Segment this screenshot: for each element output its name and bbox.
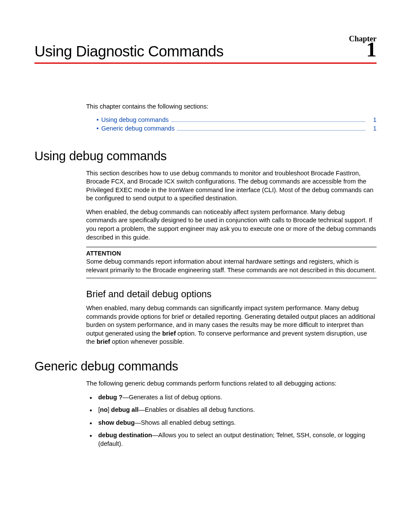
attention-box: ATTENTION Some debug commands report inf… [86, 247, 377, 278]
para: This section describes how to use debug … [86, 169, 377, 203]
toc-row: • Generic debug commands 1 [97, 125, 377, 132]
cmd-name: debug destination [98, 432, 152, 439]
subsection-heading-brief-detail: Brief and detail debug options [86, 289, 377, 300]
para: When enabled, the debug commands can not… [86, 208, 377, 242]
page: Chapter Using Diagnostic Commands 1 This… [0, 0, 411, 470]
list-item: debug destination—Allows you to select a… [86, 431, 377, 448]
toc-link-using-debug[interactable]: Using debug commands [101, 116, 168, 123]
para: When enabled, many debug commands can si… [86, 304, 377, 346]
toc: • Using debug commands 1 • Generic debug… [86, 116, 377, 132]
text: option whenever possible. [110, 338, 184, 345]
bold-brief: brief [162, 330, 176, 337]
section1-body: This section describes how to use debug … [86, 169, 377, 346]
attention-heading: ATTENTION [86, 250, 377, 257]
cmd-name: debug all [111, 406, 139, 413]
para: The following generic debug commands per… [86, 380, 377, 388]
toc-page: 1 [368, 125, 377, 132]
toc-page: 1 [368, 116, 377, 123]
toc-link-generic-debug[interactable]: Generic debug commands [101, 125, 174, 132]
section2-body: The following generic debug commands per… [86, 380, 377, 448]
cmd-name: show debug [98, 419, 135, 426]
intro-block: This chapter contains the following sect… [86, 103, 377, 132]
toc-row: • Using debug commands 1 [97, 116, 377, 123]
list-item: show debug—Shows all enabled debug setti… [86, 419, 377, 427]
cmd-name: debug ? [98, 394, 122, 401]
bullet-icon: • [97, 125, 99, 132]
attention-body: Some debug commands report information a… [86, 258, 377, 274]
bold-brief: brief [97, 338, 110, 345]
chapter-number: 1 [366, 39, 377, 60]
list-item: debug ?—Generates a list of debug option… [86, 393, 377, 402]
toc-leader-dots [171, 121, 365, 122]
command-list: debug ?—Generates a list of debug option… [86, 393, 377, 448]
chapter-title: Using Diagnostic Commands [34, 43, 224, 60]
bold-no: no [100, 406, 108, 413]
cmd-desc: —Generates a list of debug options. [122, 394, 222, 401]
bullet-icon: • [97, 116, 99, 123]
cmd-desc: —Enables or disables all debug functions… [138, 406, 255, 413]
intro-lead: This chapter contains the following sect… [86, 103, 377, 111]
title-row: Using Diagnostic Commands 1 [34, 39, 377, 64]
section-heading-using-debug: Using debug commands [34, 149, 377, 163]
text: ] [108, 406, 111, 413]
list-item: [no] debug all—Enables or disables all d… [86, 406, 377, 414]
section-heading-generic-debug: Generic debug commands [34, 359, 377, 373]
toc-leader-dots [177, 130, 365, 131]
cmd-desc: —Shows all enabled debug settings. [135, 419, 236, 426]
